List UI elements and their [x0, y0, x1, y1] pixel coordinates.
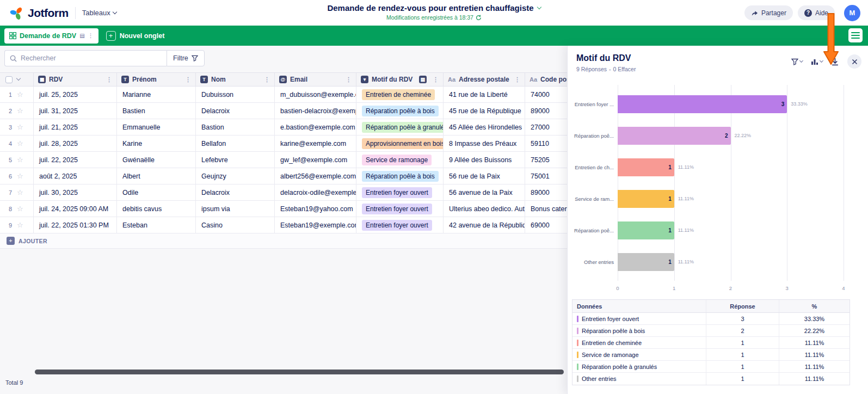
cell-nom[interactable]: Delacroix	[196, 184, 275, 200]
star-icon[interactable]: ☆	[17, 205, 23, 213]
chart-filter-button[interactable]	[791, 58, 803, 65]
star-icon[interactable]: ☆	[17, 221, 23, 229]
table-row[interactable]: 6 ☆ août 2, 2025 Albert Geujnzy albert25…	[0, 168, 590, 184]
star-icon[interactable]: ☆	[17, 90, 23, 98]
table-row[interactable]: 1 ☆ juil. 25, 2025 Marianne Dubuisson m_…	[0, 87, 590, 103]
table-row[interactable]: 4 ☆ juil. 28, 2025 Karine Bellafon karin…	[0, 136, 590, 152]
cell-rdv[interactable]: juil. 28, 2025	[34, 136, 117, 151]
cell-nom[interactable]: Bellafon	[196, 136, 275, 151]
search-input[interactable]	[21, 54, 162, 62]
row-select-cell[interactable]: 8 ☆	[0, 201, 34, 217]
cell-prenom[interactable]: Gwénaëlle	[117, 152, 196, 168]
cell-motif[interactable]: Entretien foyer ouvert	[356, 217, 444, 233]
column-menu-icon[interactable]: ⋮	[346, 76, 352, 83]
row-select-cell[interactable]: 4 ☆	[0, 136, 34, 151]
select-all-header[interactable]	[0, 73, 34, 86]
cell-adresse[interactable]: 8 Impasse des Préaux	[444, 136, 525, 151]
cell-prenom[interactable]: Bastien	[117, 103, 196, 119]
table-row[interactable]: 7 ☆ juil. 30, 2025 Odile Delacroix delac…	[0, 184, 590, 201]
chart-bar[interactable]: 3	[618, 95, 787, 113]
cell-email[interactable]: delacroix-odile@exemple....	[275, 184, 356, 200]
chart-bar[interactable]: 1	[618, 190, 674, 208]
help-button[interactable]: ? Aide	[798, 5, 835, 20]
row-select-cell[interactable]: 5 ☆	[0, 152, 34, 168]
cell-nom[interactable]: Bastion	[196, 119, 275, 135]
row-select-cell[interactable]: 6 ☆	[0, 168, 34, 184]
column-menu-icon[interactable]: ⋮	[433, 76, 439, 83]
cell-email[interactable]: Esteban19@yahoo.com	[275, 201, 356, 217]
row-select-cell[interactable]: 9 ☆	[0, 217, 34, 233]
row-select-cell[interactable]: 3 ☆	[0, 119, 34, 135]
column-menu-icon[interactable]: ⋮	[514, 76, 520, 83]
download-button[interactable]	[831, 58, 839, 66]
cell-email[interactable]: bastien-delacroix@exempl...	[275, 103, 356, 119]
cell-motif[interactable]: Entretien de cheminée	[356, 87, 444, 102]
star-icon[interactable]: ☆	[17, 156, 23, 164]
cell-email[interactable]: gw_lef@exemple.com	[275, 152, 356, 168]
cell-motif[interactable]: Approvisionnement en bois	[356, 136, 444, 151]
column-header-motif[interactable]: ▾ Motif du RDV ▤ ⋮	[356, 73, 444, 86]
column-header-prenom[interactable]: T Prénom ⋮	[117, 73, 196, 86]
tab-demande-de-rdv[interactable]: Demande de RDV ▤ ⋮	[4, 28, 99, 44]
row-height-icon[interactable]	[848, 28, 863, 42]
cell-email[interactable]: karine@exemple.com	[275, 136, 356, 151]
cell-prenom[interactable]: Emmanuelle	[117, 119, 196, 135]
cell-nom[interactable]: ipsum via	[196, 201, 275, 217]
cell-motif[interactable]: Réparation poêle à bois	[356, 168, 444, 184]
row-select-cell[interactable]: 1 ☆	[0, 87, 34, 102]
horizontal-scrollbar[interactable]	[35, 370, 564, 374]
avatar[interactable]: M	[844, 5, 860, 21]
row-select-cell[interactable]: 2 ☆	[0, 103, 34, 119]
cell-prenom[interactable]: Karine	[117, 136, 196, 151]
table-row[interactable]: 8 ☆ juil. 24, 2025 09:00 AM debitis cavu…	[0, 201, 590, 217]
cell-email[interactable]: e.bastion@exemple.com	[275, 119, 356, 135]
filter-button[interactable]: Filtre	[167, 50, 205, 66]
cell-email[interactable]: Esteban19@exemple.com	[275, 217, 356, 233]
star-icon[interactable]: ☆	[17, 139, 23, 147]
table-row[interactable]: 2 ☆ juil. 31, 2025 Bastien Delacroix bas…	[0, 103, 590, 119]
cell-prenom[interactable]: Esteban	[117, 217, 196, 233]
cell-email[interactable]: m_dubuisson@exemple.com	[275, 87, 356, 102]
search-box[interactable]	[4, 50, 167, 66]
cell-nom[interactable]: Lefebvre	[196, 152, 275, 168]
chevron-down-icon[interactable]	[16, 76, 21, 81]
cell-rdv[interactable]: juil. 22, 2025 01:30 PM	[34, 217, 117, 233]
chart-bar[interactable]: 1	[618, 253, 674, 271]
share-button[interactable]: Partager	[744, 5, 793, 20]
clear-link[interactable]: 0 Effacer	[613, 66, 636, 72]
column-menu-icon[interactable]: ⋮	[185, 76, 191, 83]
chart-bar[interactable]: 1	[618, 221, 674, 239]
cell-rdv[interactable]: août 2, 2025	[34, 168, 117, 184]
star-icon[interactable]: ☆	[17, 107, 23, 115]
cell-rdv[interactable]: juil. 22, 2025	[34, 152, 117, 168]
cell-nom[interactable]: Delacroix	[196, 103, 275, 119]
column-menu-icon[interactable]: ⋮	[106, 76, 112, 83]
cell-nom[interactable]: Dubuisson	[196, 87, 275, 102]
cell-rdv[interactable]: juil. 30, 2025	[34, 184, 117, 200]
cell-motif[interactable]: Réparation poêle à bois	[356, 103, 444, 119]
chart-bar[interactable]: 2	[618, 127, 731, 145]
cell-motif[interactable]: Réparation poêle à granulés	[356, 119, 444, 135]
star-icon[interactable]: ☆	[17, 123, 23, 131]
table-row[interactable]: 5 ☆ juil. 22, 2025 Gwénaëlle Lefebvre gw…	[0, 152, 590, 168]
cell-email[interactable]: albert256@exemple.com	[275, 168, 356, 184]
cell-nom[interactable]: Casino	[196, 217, 275, 233]
cell-prenom[interactable]: Marianne	[117, 87, 196, 102]
cell-adresse[interactable]: 45 Allée des Hirondelles	[444, 119, 525, 135]
add-row-button[interactable]: + AJOUTER	[0, 233, 590, 249]
column-header-email[interactable]: @ Email ⋮	[275, 73, 356, 86]
tab-options-icon[interactable]: ▤	[79, 33, 84, 39]
cell-adresse[interactable]: 41 rue de la Liberté	[444, 87, 525, 102]
workspace-switcher[interactable]: Tableaux	[82, 9, 116, 17]
star-icon[interactable]: ☆	[17, 172, 23, 180]
star-icon[interactable]: ☆	[17, 188, 23, 196]
select-all-checkbox[interactable]	[5, 76, 13, 83]
cell-nom[interactable]: Geujnzy	[196, 168, 275, 184]
title-chevron-icon[interactable]	[537, 4, 541, 9]
cell-motif[interactable]: Entretien foyer ouvert	[356, 201, 444, 217]
table-row[interactable]: 3 ☆ juil. 21, 2025 Emmanuelle Bastion e.…	[0, 119, 590, 136]
jotform-logo[interactable]: Jotform	[10, 6, 69, 20]
chart-bar[interactable]: 1	[618, 158, 674, 176]
form-icon[interactable]: ▤	[419, 76, 427, 83]
column-header-nom[interactable]: T Nom ⋮	[196, 73, 275, 86]
